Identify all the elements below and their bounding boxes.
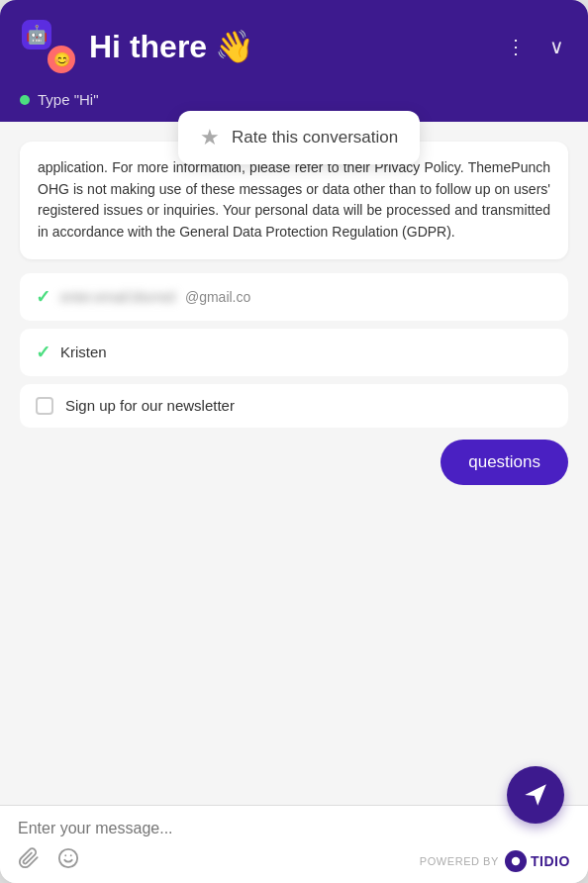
send-button[interactable] <box>507 766 564 824</box>
newsletter-checkbox[interactable] <box>36 397 53 415</box>
input-icons <box>18 847 79 875</box>
bot-avatar: 🤖 <box>20 18 53 51</box>
email-field-row: ✓ enter.email.blurred @gmail.co <box>20 273 568 321</box>
message-input[interactable] <box>18 820 570 837</box>
newsletter-row[interactable]: Sign up for our newsletter <box>20 384 568 428</box>
newsletter-label: Sign up for our newsletter <box>65 397 235 414</box>
header-title: Hi there 👋 <box>89 28 490 65</box>
rate-text: Rate this conversation <box>232 128 398 147</box>
status-text: Type "Hi" <box>38 91 99 108</box>
attach-button[interactable] <box>18 847 40 875</box>
powered-by-label: POWERED BY <box>420 855 499 867</box>
form-fields: ✓ enter.email.blurred @gmail.co ✓ Kriste… <box>20 273 568 428</box>
tidio-brand-name: TIDIO <box>531 853 570 869</box>
star-icon: ★ <box>200 125 220 150</box>
name-check-icon: ✓ <box>36 342 50 363</box>
email-value-blurred: enter.email.blurred <box>60 289 175 305</box>
svg-point-0 <box>59 849 77 867</box>
close-button[interactable]: ∨ <box>545 31 568 62</box>
online-indicator <box>20 95 30 105</box>
wave-emoji: 👋 <box>215 28 254 65</box>
emoji-button[interactable] <box>57 847 79 875</box>
menu-button[interactable]: ⋮ <box>502 31 530 62</box>
input-area: POWERED BY TIDIO <box>0 806 588 883</box>
header-actions: ⋮ ∨ <box>502 31 568 62</box>
questions-btn-row: questions <box>20 440 568 485</box>
email-value-visible: @gmail.co <box>185 289 250 305</box>
email-check-icon: ✓ <box>36 286 50 308</box>
rate-tooltip[interactable]: ★ Rate this conversation <box>178 111 420 164</box>
powered-by: POWERED BY TIDIO <box>420 850 570 872</box>
message-text: application. For more information, pleas… <box>38 157 550 244</box>
name-value: Kristen <box>60 343 107 360</box>
human-avatar: 😊 <box>46 44 77 75</box>
tidio-icon <box>505 850 527 872</box>
tidio-logo: TIDIO <box>505 850 570 872</box>
avatar-group: 🤖 😊 <box>20 18 77 75</box>
chat-area: application. For more information, pleas… <box>0 122 588 805</box>
svg-point-3 <box>512 857 520 865</box>
input-toolbar: POWERED BY TIDIO <box>18 847 570 875</box>
header-title-text: Hi there <box>89 29 207 65</box>
questions-button[interactable]: questions <box>441 440 568 485</box>
chat-header: 🤖 😊 Hi there 👋 ⋮ ∨ <box>0 0 588 91</box>
name-field-row: ✓ Kristen <box>20 329 568 376</box>
chat-widget: 🤖 😊 Hi there 👋 ⋮ ∨ ★ Rate this conversat… <box>0 0 588 883</box>
